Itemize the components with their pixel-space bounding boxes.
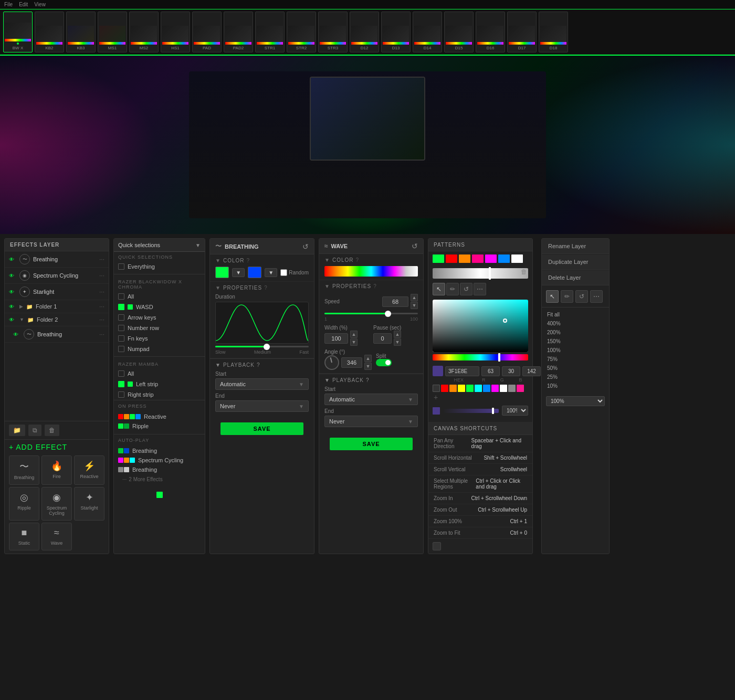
device-thumb[interactable]: MS1: [98, 12, 127, 52]
mini-swatch-orange[interactable]: [449, 385, 457, 392]
qs-checkbox-fnkeys[interactable]: [118, 335, 124, 342]
color-dropdown[interactable]: ▼: [232, 268, 245, 277]
delete-layer-btn[interactable]: 🗑: [45, 425, 59, 436]
add-breathing-btn[interactable]: 〜 Breathing: [9, 455, 39, 485]
layer-item-spectrum[interactable]: 👁 ◉ Spectrum Cycling ···: [5, 268, 109, 284]
visibility-toggle[interactable]: 👁: [13, 332, 20, 337]
playback-expand-icon[interactable]: ▼: [324, 377, 330, 383]
wave-refresh-btn[interactable]: ↺: [412, 242, 418, 250]
device-thumb[interactable]: KB3: [66, 12, 96, 52]
palette-swatch-green[interactable]: [433, 254, 444, 263]
speed-input[interactable]: [382, 296, 408, 307]
qs-item-mamba-all[interactable]: All: [114, 368, 205, 379]
visibility-toggle[interactable]: 👁: [9, 257, 16, 262]
device-thumb[interactable]: BW X: [3, 12, 33, 52]
device-thumb[interactable]: PAD: [192, 12, 222, 52]
draw-tool-btn[interactable]: ✏: [446, 283, 459, 295]
fill-tool-btn[interactable]: ↺: [460, 283, 472, 295]
select-tool[interactable]: ↖: [546, 290, 559, 303]
split-toggle[interactable]: [376, 359, 392, 366]
more-tool[interactable]: ⋯: [590, 290, 603, 303]
mini-swatch-magenta[interactable]: [491, 385, 499, 392]
qs-item-arrow[interactable]: Arrow keys: [114, 312, 205, 323]
breathing-refresh-btn[interactable]: ↺: [302, 242, 309, 251]
device-thumb[interactable]: KB2: [35, 12, 64, 52]
qs-checkbox-right-strip[interactable]: [118, 391, 124, 398]
device-thumb[interactable]: STR3: [318, 12, 348, 52]
zoom-150[interactable]: 150%: [542, 337, 609, 346]
qs-item-numrow[interactable]: Number row: [114, 323, 205, 333]
device-thumb[interactable]: MS2: [129, 12, 159, 52]
patterns-gradient-bar[interactable]: [433, 268, 528, 279]
qs-item-wasd[interactable]: WASD: [114, 302, 205, 312]
qs-checkbox-wasd[interactable]: [118, 304, 124, 310]
playback-help-icon[interactable]: ?: [257, 362, 260, 368]
device-thumb[interactable]: D12: [350, 12, 379, 52]
qs-item-left-strip[interactable]: Left strip: [114, 379, 205, 389]
width-down-btn[interactable]: ▼: [350, 338, 358, 346]
zoom-25[interactable]: 25%: [542, 373, 609, 381]
palette-swatch-red[interactable]: [446, 254, 457, 263]
add-ripple-btn[interactable]: ◎ Ripple: [9, 487, 39, 521]
qs-item-fnkeys[interactable]: Fn keys: [114, 333, 205, 344]
zoom-50[interactable]: 50%: [542, 364, 609, 373]
mini-swatch-gray[interactable]: [508, 385, 516, 392]
device-thumb[interactable]: STR1: [255, 12, 285, 52]
breathing-save-btn[interactable]: SAVE: [220, 422, 303, 435]
pause-down-btn[interactable]: ▼: [394, 338, 401, 346]
on-press-ripple[interactable]: Ripple: [118, 421, 201, 431]
current-color-swatch[interactable]: [433, 366, 443, 376]
mini-swatch-white[interactable]: [500, 385, 507, 392]
pause-up-btn[interactable]: ▲: [394, 331, 401, 338]
expand-icon[interactable]: ▼: [324, 257, 330, 263]
width-input[interactable]: [324, 333, 348, 344]
more-tool-btn[interactable]: ⋯: [474, 283, 486, 295]
layer-item-breathing-2[interactable]: 👁 〜 Breathing ···: [5, 326, 109, 343]
expand-arrow[interactable]: ▶: [19, 304, 23, 309]
speed-up-btn[interactable]: ▲: [411, 294, 418, 301]
visibility-toggle[interactable]: 👁: [9, 273, 16, 279]
angle-up-btn[interactable]: ▲: [364, 355, 372, 362]
layer-more-btn[interactable]: ···: [99, 256, 104, 263]
layer-item-starlight[interactable]: 👁 ✦ Starlight ···: [5, 284, 109, 300]
layer-more-btn[interactable]: ···: [99, 272, 104, 279]
quick-selections-header[interactable]: Quick selections ▼: [114, 239, 205, 252]
mini-swatch-red[interactable]: [441, 385, 448, 392]
color-dropdown-2[interactable]: ▼: [265, 268, 277, 277]
palette-swatch-white[interactable]: [511, 254, 523, 263]
device-thumb[interactable]: D16: [476, 12, 505, 52]
hue-thumb[interactable]: [498, 353, 500, 362]
more-effects-btn[interactable]: ··· 2 More Effects: [118, 474, 201, 484]
device-thumb[interactable]: D18: [539, 12, 568, 52]
qs-checkbox-arrow[interactable]: [118, 314, 124, 321]
device-thumb[interactable]: D13: [381, 12, 411, 52]
delete-layer-btn[interactable]: Delete Layer: [542, 270, 609, 285]
properties-help-icon[interactable]: ?: [264, 285, 268, 291]
qs-checkbox-mamba-all[interactable]: [118, 370, 124, 377]
b-input[interactable]: [522, 366, 541, 376]
palette-swatch-orange[interactable]: [459, 254, 470, 263]
end-select[interactable]: Never ▼: [215, 400, 309, 412]
palette-swatch-pink[interactable]: [472, 254, 484, 263]
playback-expand-icon[interactable]: ▼: [215, 362, 221, 368]
qs-checkbox-everything[interactable]: [118, 263, 124, 270]
mini-swatch-deep-pink[interactable]: [517, 385, 524, 392]
qs-item-all[interactable]: All: [114, 291, 205, 302]
wave-end-select[interactable]: Never ▼: [324, 416, 418, 427]
angle-input[interactable]: [341, 357, 362, 368]
zoom-400[interactable]: 400%: [542, 319, 609, 328]
visibility-toggle[interactable]: 👁: [9, 289, 16, 295]
ap-item-breathing2[interactable]: Breathing: [118, 465, 201, 474]
duplicate-layer-btn[interactable]: Duplicate Layer: [542, 254, 609, 270]
zoom-200[interactable]: 200%: [542, 328, 609, 337]
qs-checkbox-all[interactable]: [118, 293, 124, 300]
wave-speed-slider[interactable]: [324, 313, 418, 314]
device-thumb[interactable]: PAD2: [224, 12, 253, 52]
layer-item-folder2[interactable]: 👁 ▼ 📁 Folder 2 ···: [5, 313, 109, 326]
zoom-fit-all[interactable]: Fit all: [542, 310, 609, 319]
add-swatch-btn[interactable]: +: [434, 393, 438, 401]
opacity-bar[interactable]: [443, 409, 499, 413]
ap-item-spectrum[interactable]: Spectrum Cycling: [118, 455, 201, 465]
color-swatch-blue[interactable]: [248, 267, 261, 278]
help-icon[interactable]: ?: [246, 258, 250, 263]
